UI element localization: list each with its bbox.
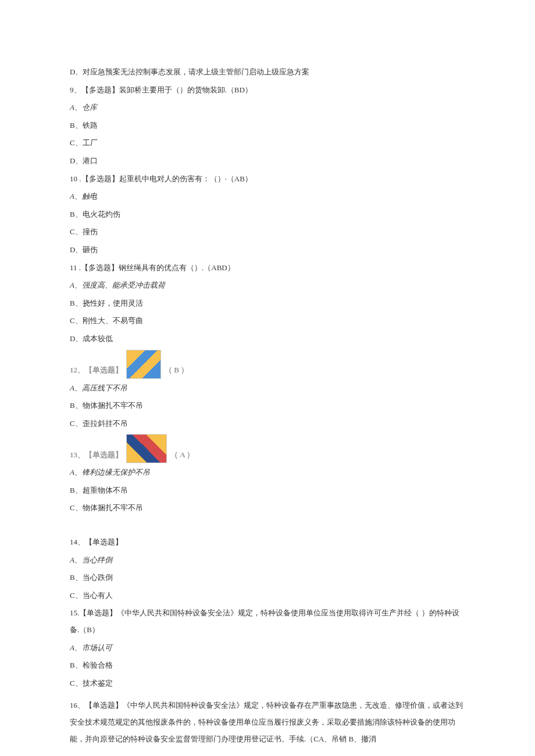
q11-option-b: B、挠性好，使用灵活 bbox=[70, 295, 465, 312]
q13-image-icon bbox=[126, 434, 167, 463]
q8-option-d: D、对应急预案无法控制事态发展，请求上级主管部门启动上级应急方案 bbox=[70, 64, 465, 81]
q13-row: 13、【单选题】 （ A ） bbox=[70, 434, 465, 463]
q14-stem: 14、【单选题】 bbox=[70, 534, 465, 551]
q10-option-a: A、触电 bbox=[70, 188, 465, 205]
q15-option-c: C、技术鉴定 bbox=[70, 675, 465, 692]
q11-option-a: A、强度高、能承受冲击载荷 bbox=[70, 277, 465, 294]
q9-option-d: D、港口 bbox=[70, 153, 465, 170]
q14-option-b: B、当心跌倒 bbox=[70, 569, 465, 586]
q10-option-d: D、砸伤 bbox=[70, 242, 465, 259]
q13-label: 13、【单选题】 bbox=[70, 447, 123, 464]
q11-stem: 11 .【多选题】钢丝绳具有的优点有（）.（ABD） bbox=[70, 260, 465, 277]
q12-option-a: A、高压线下不吊 bbox=[70, 380, 465, 397]
q16-stem: 16、【单选题】《中华人民共和国特种设备安全法》规定，特种设备存在严重事故隐患，… bbox=[70, 697, 465, 747]
q13-option-c: C、物体捆扎不牢不吊 bbox=[70, 500, 465, 517]
q10-option-c: C、撞伤 bbox=[70, 224, 465, 241]
q11-option-d: D、成本较低 bbox=[70, 331, 465, 347]
q15-option-b: B、检验合格 bbox=[70, 657, 465, 674]
q14-option-a: A、当心绊倒 bbox=[70, 552, 465, 569]
q12-image-icon bbox=[126, 350, 161, 379]
q12-row: 12、【单选题】 （ B ） bbox=[70, 350, 465, 379]
q13-option-b: B、超重物体不吊 bbox=[70, 482, 465, 499]
q13-answer: （ A ） bbox=[170, 447, 194, 464]
q9-stem: 9、【多选题】装卸桥主要用于（）的货物装卸.（BD） bbox=[70, 82, 465, 99]
q9-option-c: C、工厂 bbox=[70, 135, 465, 152]
q12-option-c: C、歪拉斜挂不吊 bbox=[70, 415, 465, 432]
q9-option-a: A、仓库 bbox=[70, 99, 465, 116]
q10-stem: 10 .【多选题】起重机中电对人的伤害有：（）·（AB） bbox=[70, 171, 465, 188]
q11-option-c: C、刚性大、不易弯曲 bbox=[70, 313, 465, 329]
q9-option-b: B、铁路 bbox=[70, 117, 465, 134]
q15-stem: 15.【单选题】《中华人民共和国特种设备安全法》规定，特种设备使用单位应当使用取… bbox=[70, 605, 465, 638]
q12-label: 12、【单选题】 bbox=[70, 362, 123, 379]
q12-answer: （ B ） bbox=[165, 362, 188, 379]
q10-option-b: B、电火花灼伤 bbox=[70, 206, 465, 223]
q13-option-a: A、锋利边缘无保护不吊 bbox=[70, 464, 465, 481]
q12-option-b: B、物体捆扎不牢不吊 bbox=[70, 397, 465, 414]
q15-option-a: A、市场认可 bbox=[70, 640, 465, 657]
q14-option-c: C、当心有人 bbox=[70, 587, 465, 604]
